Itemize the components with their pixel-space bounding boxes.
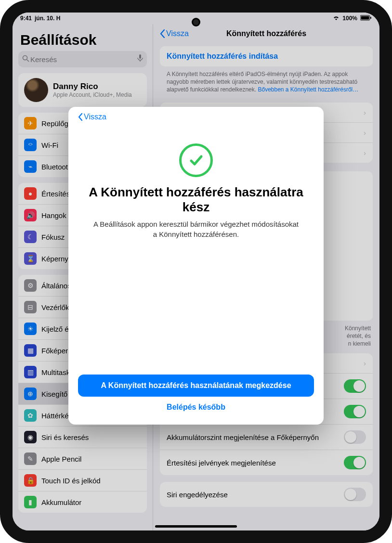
- modal-back-button[interactable]: Vissza: [78, 113, 314, 121]
- modal-title: A Könnyített hozzáférés használatra kész: [78, 185, 314, 215]
- checkmark-circle-icon: [179, 143, 213, 177]
- modal-subtitle: A Beállítások appon keresztül bármikor v…: [78, 220, 314, 239]
- ready-modal: Vissza A Könnyített hozzáférés használat…: [68, 107, 324, 425]
- front-camera: [193, 19, 199, 25]
- modal-back-label: Vissza: [84, 113, 106, 121]
- enter-later-button[interactable]: Belépés később: [78, 399, 314, 416]
- start-now-button[interactable]: A Könnyített hozzáférés használatának me…: [78, 375, 314, 397]
- home-indicator: [155, 525, 237, 528]
